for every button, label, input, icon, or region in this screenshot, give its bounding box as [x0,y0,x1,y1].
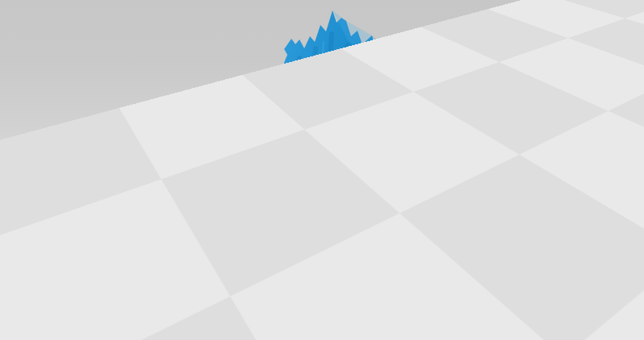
scale-miniature-figure[interactable] [237,159,258,201]
3d-viewport[interactable]: 15 in 10 in 5 in [0,0,644,340]
blue-wave-terrain-model[interactable] [263,10,490,276]
model-base-texture [320,236,469,276]
scene-canvas [0,0,644,340]
